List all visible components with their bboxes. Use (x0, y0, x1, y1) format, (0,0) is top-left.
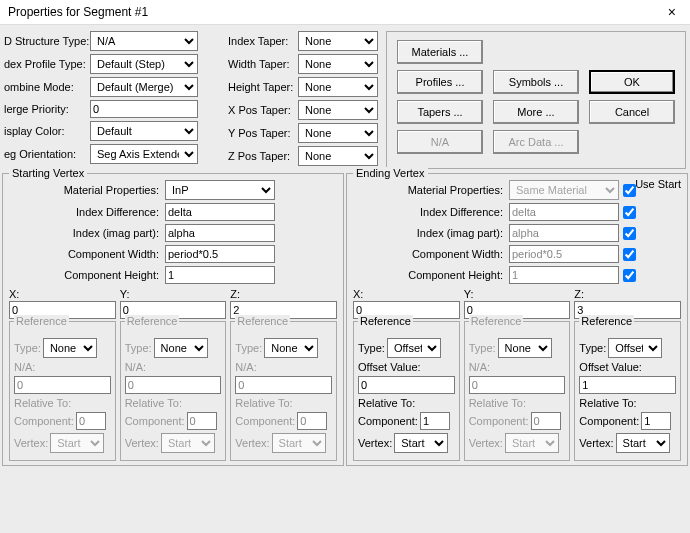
end-y-vertex-select: Start (505, 433, 559, 453)
height-taper-select[interactable]: None (298, 77, 378, 97)
end-z-type-select[interactable]: Offset (608, 338, 662, 358)
comp-label: Component: (235, 415, 295, 427)
symbols-button[interactable]: Symbols ... (493, 70, 579, 94)
end-compw-usestart[interactable] (623, 248, 636, 261)
comp-label: Component: (125, 415, 185, 427)
na-label: N/A: (469, 361, 490, 373)
offset-label: Offset Value: (358, 361, 421, 373)
merge-priority-label: lerge Priority: (4, 103, 90, 115)
end-y-na-input (469, 376, 566, 394)
start-y-ref: Reference Type:None N/A: Relative To: Co… (120, 321, 227, 461)
offset-label: Offset Value: (579, 361, 642, 373)
start-y-label: Y: (120, 288, 227, 300)
end-x-label: X: (353, 288, 460, 300)
end-z-label: Z: (574, 288, 681, 300)
start-x-label: X: (9, 288, 116, 300)
arcdata-button: Arc Data ... (493, 130, 579, 154)
start-z-vertex-select: Start (272, 433, 326, 453)
width-taper-select[interactable]: None (298, 54, 378, 74)
xpos-taper-select[interactable]: None (298, 100, 378, 120)
profile-type-select[interactable]: Default (Step) (90, 54, 198, 74)
end-idxdiff-usestart[interactable] (623, 206, 636, 219)
end-x-type-select[interactable]: Offset (387, 338, 441, 358)
start-x-comp-input (76, 412, 106, 430)
comp-label: Component: (579, 415, 639, 427)
ref-legend: Reference (235, 315, 290, 327)
type-label: Type: (469, 342, 496, 354)
vtx-label: Vertex: (235, 437, 269, 449)
materials-button[interactable]: Materials ... (397, 40, 483, 64)
more-button[interactable]: More ... (493, 100, 579, 124)
type-label: Type: (235, 342, 262, 354)
start-idxdiff-input[interactable] (165, 203, 275, 221)
cancel-button[interactable]: Cancel (589, 100, 675, 124)
xpos-taper-label: X Pos Taper: (228, 104, 298, 116)
start-z-type-select[interactable]: None (264, 338, 318, 358)
combine-mode-select[interactable]: Default (Merge) (90, 77, 198, 97)
width-taper-label: Width Taper: (228, 58, 298, 70)
zpos-taper-select[interactable]: None (298, 146, 378, 166)
tapers-button[interactable]: Tapers ... (397, 100, 483, 124)
start-x-na-input (14, 376, 111, 394)
end-z-comp-input[interactable] (641, 412, 671, 430)
ref-legend: Reference (579, 315, 634, 327)
height-taper-label: Height Taper: (228, 81, 298, 93)
end-compw-label: Component Width: (393, 248, 503, 260)
ref-legend: Reference (469, 315, 524, 327)
ok-button[interactable]: OK (589, 70, 675, 94)
start-y-vertex-select: Start (161, 433, 215, 453)
end-z-vertex-select[interactable]: Start (616, 433, 670, 453)
ypos-taper-select[interactable]: None (298, 123, 378, 143)
starting-vertex-legend: Starting Vertex (9, 167, 87, 179)
end-idxdiff-input (509, 203, 619, 221)
index-taper-select[interactable]: None (298, 31, 378, 51)
end-x-vertex-select[interactable]: Start (394, 433, 448, 453)
structure-type-select[interactable]: N/A (90, 31, 198, 51)
start-comph-input[interactable] (165, 266, 275, 284)
end-x-ref: Reference Type:Offset Offset Value: Rela… (353, 321, 460, 461)
button-panel: Materials ... Profiles ... Symbols ... O… (386, 31, 686, 169)
zpos-taper-label: Z Pos Taper: (228, 150, 298, 162)
vtx-label: Vertex: (358, 437, 392, 449)
end-z-offset-input[interactable] (579, 376, 676, 394)
vtx-label: Vertex: (125, 437, 159, 449)
end-x-offset-input[interactable] (358, 376, 455, 394)
end-y-label: Y: (464, 288, 571, 300)
relto-label: Relative To: (14, 397, 71, 409)
na-button: N/A (397, 130, 483, 154)
index-taper-label: Index Taper: (228, 35, 298, 47)
end-idximag-usestart[interactable] (623, 227, 636, 240)
start-y-type-select[interactable]: None (154, 338, 208, 358)
end-comph-label: Component Height: (393, 269, 503, 281)
close-icon[interactable]: × (662, 4, 682, 20)
end-y-comp-input (531, 412, 561, 430)
end-z-ref: Reference Type:Offset Offset Value: Rela… (574, 321, 681, 461)
vtx-label: Vertex: (14, 437, 48, 449)
merge-priority-input[interactable] (90, 100, 198, 118)
start-compw-input[interactable] (165, 245, 275, 263)
start-x-type-select[interactable]: None (43, 338, 97, 358)
end-idximag-input (509, 224, 619, 242)
relto-label: Relative To: (469, 397, 526, 409)
end-x-comp-input[interactable] (420, 412, 450, 430)
start-x-vertex-select: Start (50, 433, 104, 453)
type-label: Type: (358, 342, 385, 354)
ref-legend: Reference (358, 315, 413, 327)
profiles-button[interactable]: Profiles ... (397, 70, 483, 94)
start-idximag-input[interactable] (165, 224, 275, 242)
window-title: Properties for Segment #1 (8, 5, 148, 19)
start-matprop-select[interactable]: InP (165, 180, 275, 200)
display-color-select[interactable]: Default (90, 121, 198, 141)
end-idximag-label: Index (imag part): (393, 227, 503, 239)
end-y-type-select[interactable]: None (498, 338, 552, 358)
start-x-ref: Reference Type:None N/A: Relative To: Co… (9, 321, 116, 461)
vtx-label: Vertex: (469, 437, 503, 449)
vtx-label: Vertex: (579, 437, 613, 449)
seg-orientation-select[interactable]: Seg Axis Extended (90, 144, 198, 164)
profile-type-label: dex Profile Type: (4, 58, 90, 70)
comp-label: Component: (14, 415, 74, 427)
end-matprop-usestart[interactable] (623, 184, 636, 197)
start-z-comp-input (297, 412, 327, 430)
comp-label: Component: (358, 415, 418, 427)
end-comph-usestart[interactable] (623, 269, 636, 282)
